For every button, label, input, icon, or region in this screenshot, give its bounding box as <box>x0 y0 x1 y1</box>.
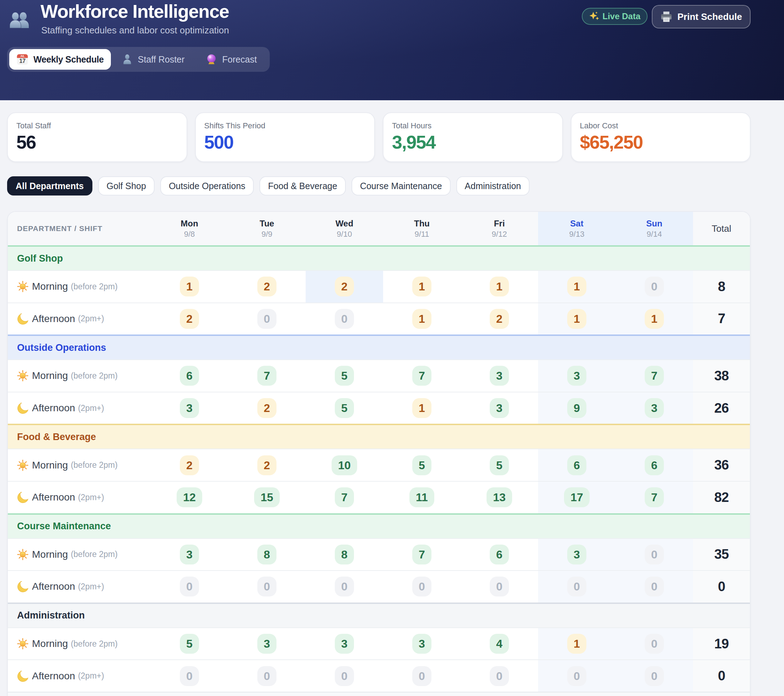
svg-text:17: 17 <box>19 58 26 64</box>
svg-text:JUL: JUL <box>20 55 25 57</box>
